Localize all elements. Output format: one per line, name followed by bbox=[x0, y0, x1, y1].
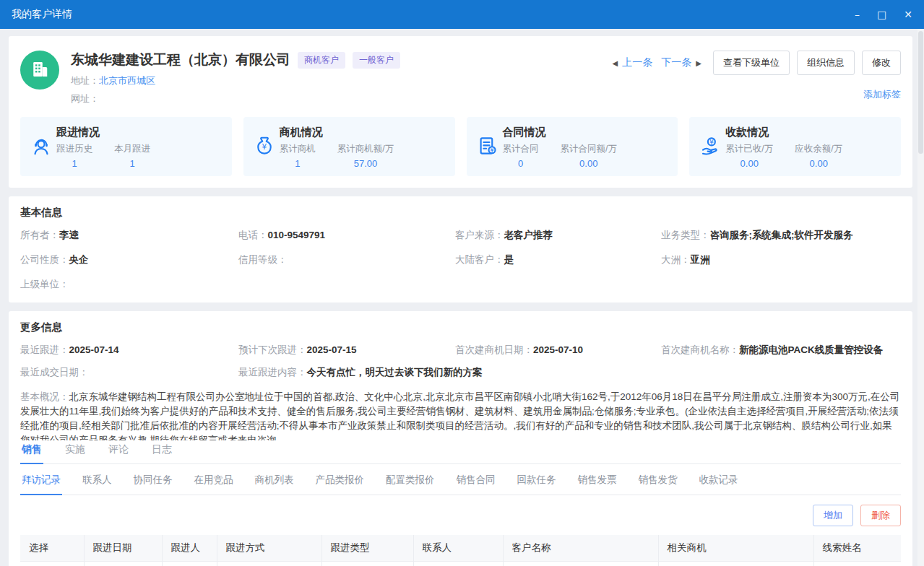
col-customer-name: 客户名称 bbox=[503, 535, 658, 562]
edit-button[interactable]: 修改 bbox=[862, 51, 901, 75]
table-header-row: 选择 跟进日期 跟进人 跟进方式 跟进类型 联系人 客户名称 相关商机 线索姓名 bbox=[20, 535, 901, 562]
delete-button[interactable]: 删除 bbox=[860, 505, 901, 526]
metric-label: 累计商机额/万 bbox=[337, 143, 394, 155]
customer-level-badge: 一般客户 bbox=[353, 52, 400, 69]
metric-value: 0.00 bbox=[561, 158, 617, 169]
maximize-icon[interactable]: □ bbox=[877, 9, 886, 19]
metric-value: 1 bbox=[56, 158, 92, 169]
field-next-followup: 预计下次跟进：2025-07-15 bbox=[238, 344, 455, 357]
tab-logs[interactable]: 日志 bbox=[150, 440, 173, 463]
window-controls: – □ ✕ bbox=[855, 9, 912, 19]
field-phone: 电话：010-9549791 bbox=[238, 229, 455, 242]
vertical-scrollbar[interactable] bbox=[917, 29, 924, 566]
subtab-visit-records[interactable]: 拜访记录 bbox=[20, 472, 62, 495]
field-customer-source: 客户来源：老客户推荐 bbox=[455, 229, 661, 242]
stat-title: 收款情况 bbox=[725, 126, 864, 139]
prev-record-link[interactable]: 上一条 bbox=[622, 56, 652, 69]
field-credit-rating: 信用等级： bbox=[238, 253, 455, 266]
metric-label: 累计合同额/万 bbox=[561, 143, 617, 155]
main-tab-bar: 销售 实施 评论 日志 bbox=[20, 440, 901, 464]
org-info-button[interactable]: 组织信息 bbox=[797, 51, 855, 75]
add-button[interactable]: 增加 bbox=[813, 505, 853, 526]
svg-text:¥: ¥ bbox=[490, 147, 494, 154]
next-arrow-icon[interactable]: ▶ bbox=[696, 59, 701, 67]
tab-implementation[interactable]: 实施 bbox=[64, 440, 87, 463]
company-avatar bbox=[20, 51, 59, 90]
prev-arrow-icon[interactable]: ◀ bbox=[613, 59, 618, 67]
basic-info-panel: 基本信息 所有者：李逵 电话：010-9549791 客户来源：老客户推荐 业务… bbox=[9, 196, 912, 302]
cell-lead-name bbox=[813, 562, 901, 566]
subtab-product-quotes[interactable]: 产品类报价 bbox=[314, 472, 366, 495]
cell-followup-person: 晁盖 bbox=[162, 562, 217, 566]
money-bag-icon: ¥ bbox=[254, 126, 280, 169]
visit-records-table: 选择 跟进日期 跟进人 跟进方式 跟进类型 联系人 客户名称 相关商机 线索姓名… bbox=[20, 535, 901, 566]
field-company-nature: 公司性质：央企 bbox=[20, 253, 238, 266]
hand-coin-icon: ¥ bbox=[699, 126, 725, 169]
stat-title: 商机情况 bbox=[280, 126, 415, 139]
metric-label: 本月跟进 bbox=[114, 143, 150, 155]
customer-type-badge: 商机客户 bbox=[298, 52, 345, 69]
field-continent: 大洲：亚洲 bbox=[661, 253, 901, 266]
stats-row: 跟进情况 跟进历史 1 本月跟进 1 bbox=[20, 117, 901, 176]
sub-tab-bar: 拜访记录 联系人 协同任务 在用竞品 商机列表 产品类报价 配置类报价 销售合同… bbox=[20, 464, 901, 495]
field-parent-unit: 上级单位： bbox=[20, 278, 238, 291]
scrollbar-thumb[interactable] bbox=[918, 31, 923, 154]
stat-card-payment: ¥ 收款情况 累计已收/万 0.00 应收余额/万 0.0 bbox=[689, 117, 901, 176]
building-icon bbox=[29, 58, 51, 82]
address-link[interactable]: 北京市西城区 bbox=[99, 75, 155, 86]
tab-comments[interactable]: 评论 bbox=[107, 440, 130, 463]
view-subunits-button[interactable]: 查看下级单位 bbox=[713, 51, 790, 75]
headset-agent-icon bbox=[30, 126, 56, 169]
next-record-link[interactable]: 下一条 bbox=[661, 56, 691, 69]
subtab-payment-tasks[interactable]: 回款任务 bbox=[516, 472, 558, 495]
col-related-opportunity: 相关商机 bbox=[658, 535, 813, 562]
metric-value: 1 bbox=[114, 158, 150, 169]
svg-text:¥: ¥ bbox=[709, 138, 714, 146]
company-profile-text: 基本概况：北京东城华建钢结构工程有限公司办公室地址位于中国的首都,政治、文化中心… bbox=[20, 390, 901, 440]
subtab-contacts[interactable]: 联系人 bbox=[81, 472, 113, 495]
subtab-sales-shipments[interactable]: 销售发货 bbox=[637, 472, 679, 495]
tab-sales[interactable]: 销售 bbox=[20, 440, 43, 464]
metric-label: 累计商机 bbox=[280, 143, 316, 155]
minimize-icon[interactable]: – bbox=[855, 9, 860, 19]
company-header-panel: 东城华建建设工程（北京）有限公司 商机客户 一般客户 地址：北京市西城区 网址：… bbox=[9, 36, 912, 188]
metric-label: 应收余额/万 bbox=[795, 143, 842, 155]
window-titlebar: 我的客户详情 – □ ✕ bbox=[0, 0, 924, 29]
website-label: 网址： bbox=[71, 93, 99, 104]
field-first-opportunity-name: 首次建商机名称：新能源电池PACK线质量管控设备 bbox=[661, 344, 901, 357]
stat-card-contract: ¥ 合同情况 累计合同 0 累计合同额/万 0.00 bbox=[467, 117, 678, 176]
more-info-title: 更多信息 bbox=[20, 321, 901, 334]
contract-icon: ¥ bbox=[477, 126, 503, 169]
add-tag-link[interactable]: 添加标签 bbox=[863, 88, 901, 101]
close-icon[interactable]: ✕ bbox=[904, 9, 912, 19]
col-followup-type: 跟进类型 bbox=[321, 535, 413, 562]
col-contact: 联系人 bbox=[413, 535, 503, 562]
field-last-followup-content: 最近跟进内容：今天有点忙，明天过去谈下我们新的方案 bbox=[238, 366, 901, 379]
field-first-opportunity-date: 首次建商机日期：2025-07-10 bbox=[455, 344, 661, 357]
field-owner: 所有者：李逵 bbox=[20, 229, 238, 242]
subtab-config-quotes[interactable]: 配置类报价 bbox=[384, 472, 436, 495]
more-info-panel: 更多信息 最近跟进：2025-07-14 预计下次跟进：2025-07-15 首… bbox=[9, 311, 912, 566]
window-title: 我的客户详情 bbox=[12, 8, 72, 21]
metric-value: 0.00 bbox=[795, 158, 842, 169]
subtab-competitors[interactable]: 在用竞品 bbox=[193, 472, 235, 495]
subtab-sales-contracts[interactable]: 销售合同 bbox=[455, 472, 497, 495]
page-body: 东城华建建设工程（北京）有限公司 商机客户 一般客户 地址：北京市西城区 网址：… bbox=[0, 29, 924, 566]
subtab-sales-invoices[interactable]: 销售发票 bbox=[577, 472, 618, 495]
cell-customer-name: 东城华建建设工程（北京）有限... bbox=[503, 562, 658, 566]
field-business-type: 业务类型：咨询服务;系统集成;软件开发服务 bbox=[661, 229, 901, 242]
subtab-collab-tasks[interactable]: 协同任务 bbox=[132, 472, 174, 495]
metric-value: 57.00 bbox=[337, 158, 394, 169]
subtab-receipt-records[interactable]: 收款记录 bbox=[698, 472, 740, 495]
company-name: 东城华建建设工程（北京）有限公司 bbox=[71, 51, 290, 69]
metric-value: 0 bbox=[503, 158, 539, 169]
stat-card-followup: 跟进情况 跟进历史 1 本月跟进 1 bbox=[20, 117, 232, 176]
col-select: 选择 bbox=[20, 535, 84, 562]
table-toolbar: 增加 删除 bbox=[20, 495, 901, 535]
metric-value: 1 bbox=[280, 158, 316, 169]
table-row: 2025-07-14 晁盖 上门拜访 销售跟进 黄明哲 东城华建建设工程（北京）… bbox=[20, 562, 901, 566]
col-followup-person: 跟进人 bbox=[162, 535, 217, 562]
col-followup-method: 跟进方式 bbox=[217, 535, 321, 562]
metric-value: 0.00 bbox=[725, 158, 773, 169]
subtab-opportunities[interactable]: 商机列表 bbox=[254, 472, 295, 495]
